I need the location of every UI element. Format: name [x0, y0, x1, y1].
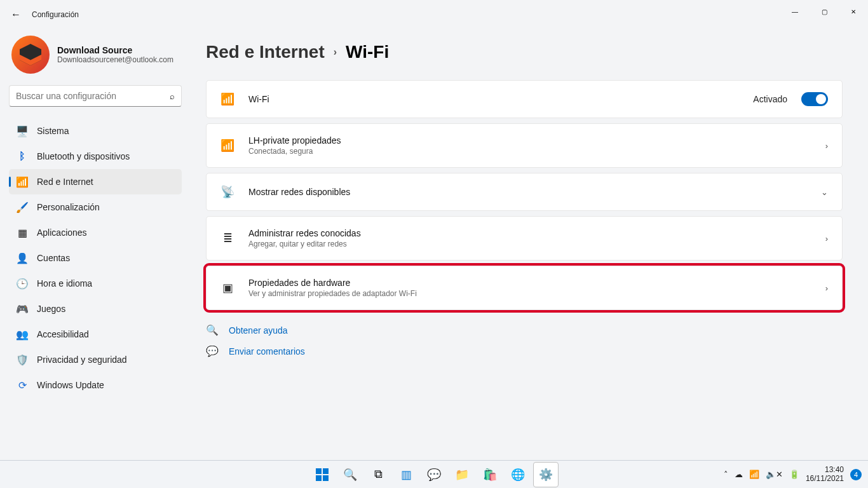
wifi-icon: 📶 [220, 92, 234, 106]
wifi-tray-icon[interactable]: 📶 [749, 470, 759, 479]
sidebar-item-privacidad[interactable]: 🛡️ Privacidad y seguridad [9, 347, 182, 372]
profile[interactable]: Download Source Downloadsourcenet@outloo… [9, 29, 182, 85]
profile-email: Downloadsourcenet@outlook.com [57, 55, 173, 64]
get-help-label: Obtener ayuda [229, 325, 288, 336]
chevron-right-icon: › [825, 234, 828, 243]
clock-time: 13:40 [806, 466, 844, 474]
window-title: Configuración [32, 10, 79, 19]
sidebar-item-sistema[interactable]: 🖥️ Sistema [9, 118, 182, 144]
search-box[interactable]: ⌕ [9, 85, 182, 107]
explorer-button[interactable]: 📁 [449, 462, 475, 487]
close-button[interactable]: ✕ [839, 0, 868, 23]
chip-icon: ▣ [220, 281, 234, 295]
app-body: Download Source Downloadsourcenet@outloo… [0, 29, 868, 460]
store-button[interactable]: 🛍️ [477, 462, 503, 487]
known-networks-card[interactable]: ≣ Administrar redes conocidas Agregar, q… [206, 216, 843, 261]
main-content: Red e Internet › Wi-Fi 📶 Wi-Fi Activado … [191, 29, 868, 460]
sidebar-item-label: Accesibilidad [37, 329, 89, 339]
chevron-right-icon: › [825, 283, 828, 293]
sidebar-item-juegos[interactable]: 🎮 Juegos [9, 296, 182, 322]
sidebar-item-label: Privacidad y seguridad [37, 355, 127, 365]
sidebar-nav: 🖥️ Sistema ᛒ Bluetooth y dispositivos 📶 … [9, 118, 182, 398]
notification-badge[interactable]: 4 [850, 469, 862, 480]
antenna-icon: 📡 [220, 185, 234, 199]
search-button[interactable]: 🔍 [337, 462, 363, 487]
battery-tray-icon[interactable]: 🔋 [789, 470, 799, 479]
sidebar-item-label: Cuentas [37, 253, 70, 263]
hardware-properties-card[interactable]: ▣ Propiedades de hardware Ver y administ… [206, 266, 843, 310]
settings-taskbar-button[interactable]: ⚙️ [533, 462, 559, 487]
feedback-label: Enviar comentarios [229, 346, 305, 356]
bluetooth-icon: ᛒ [17, 151, 28, 162]
help-links: 🔍 Obtener ayuda 💬 Enviar comentarios [206, 324, 843, 357]
shield-icon: 🛡️ [17, 354, 28, 365]
back-button[interactable]: ← [6, 5, 25, 24]
gamepad-icon: 🎮 [17, 303, 28, 315]
minimize-icon: — [792, 8, 798, 15]
sidebar-item-aplicaciones[interactable]: ▦ Aplicaciones [9, 220, 182, 245]
breadcrumb: Red e Internet › Wi-Fi [206, 42, 843, 62]
wifi-toggle[interactable] [801, 92, 828, 106]
sidebar-item-personalizacion[interactable]: 🖌️ Personalización [9, 194, 182, 220]
hardware-title: Propiedades de hardware [248, 278, 811, 288]
get-help-link[interactable]: 🔍 Obtener ayuda [206, 324, 843, 336]
widgets-button[interactable]: ▥ [393, 462, 419, 487]
feedback-link[interactable]: 💬 Enviar comentarios [206, 345, 843, 357]
taskbar: 🔍 ⧉ ▥ 💬 📁 🛍️ 🌐 ⚙️ ˄ ☁ 📶 🔈✕ 🔋 13:40 16/11… [0, 460, 868, 488]
breadcrumb-parent[interactable]: Red e Internet [206, 42, 325, 62]
avatar [11, 36, 50, 74]
clock-date: 16/11/2021 [806, 475, 844, 483]
notif-count: 4 [854, 471, 858, 478]
wifi-state-label: Activado [753, 94, 787, 104]
minimize-button[interactable]: — [780, 0, 810, 23]
wifi-toggle-card[interactable]: 📶 Wi-Fi Activado [206, 80, 843, 118]
known-subtitle: Agregar, quitar y editar redes [248, 240, 811, 248]
sidebar-item-cuentas[interactable]: 👤 Cuentas [9, 245, 182, 271]
brush-icon: 🖌️ [17, 201, 28, 213]
show-networks-card[interactable]: 📡 Mostrar redes disponibles ⌄ [206, 173, 843, 211]
sound-tray-icon[interactable]: 🔈✕ [766, 470, 783, 479]
accessibility-icon: 👥 [17, 329, 28, 340]
maximize-button[interactable]: ▢ [810, 0, 839, 23]
network-properties-card[interactable]: 📶 LH-private propiedades Conectada, segu… [206, 123, 843, 168]
title-bar: ← Configuración [0, 0, 868, 29]
sidebar-item-red[interactable]: 📶 Red e Internet [9, 169, 182, 194]
start-button[interactable] [309, 462, 335, 487]
chat-button[interactable]: 💬 [421, 462, 447, 487]
sidebar-item-label: Personalización [37, 202, 100, 212]
taskview-button[interactable]: ⧉ [365, 462, 391, 487]
taskbar-clock[interactable]: 13:40 16/11/2021 [806, 466, 844, 482]
clock-icon: 🕒 [17, 278, 28, 289]
wifi-icon: 📶 [17, 176, 28, 187]
sidebar-item-hora[interactable]: 🕒 Hora e idioma [9, 271, 182, 296]
wifi-secure-icon: 📶 [220, 139, 234, 152]
search-icon: ⌕ [170, 92, 175, 101]
sidebar-item-accesibilidad[interactable]: 👥 Accesibilidad [9, 322, 182, 347]
sidebar-item-label: Windows Update [37, 380, 104, 390]
close-icon: ✕ [851, 8, 856, 15]
chevron-down-icon: ⌄ [821, 187, 828, 197]
sidebar-item-label: Sistema [37, 126, 69, 136]
list-icon: ≣ [220, 231, 234, 245]
sidebar-item-update[interactable]: ⟳ Windows Update [9, 372, 182, 398]
apps-icon: ▦ [17, 227, 28, 238]
network-title: LH-private propiedades [248, 135, 811, 146]
breadcrumb-current: Wi-Fi [346, 42, 389, 62]
person-icon: 👤 [17, 252, 28, 264]
known-title: Administrar redes conocidas [248, 228, 811, 238]
onedrive-icon[interactable]: ☁ [735, 470, 743, 479]
help-icon: 🔍 [206, 324, 219, 336]
sidebar-item-bluetooth[interactable]: ᛒ Bluetooth y dispositivos [9, 144, 182, 169]
feedback-icon: 💬 [206, 345, 219, 357]
edge-button[interactable]: 🌐 [505, 462, 531, 487]
profile-name: Download Source [57, 45, 173, 55]
hardware-subtitle: Ver y administrar propiedades de adaptad… [248, 289, 811, 298]
chevron-right-icon: › [334, 46, 337, 58]
network-subtitle: Conectada, segura [248, 147, 811, 156]
sidebar-item-label: Red e Internet [37, 177, 93, 187]
tray-up-icon[interactable]: ˄ [724, 470, 728, 479]
back-icon: ← [11, 9, 21, 20]
sidebar-item-label: Bluetooth y dispositivos [37, 151, 130, 161]
show-networks-label: Mostrar redes disponibles [248, 187, 807, 197]
search-input[interactable] [16, 91, 170, 101]
